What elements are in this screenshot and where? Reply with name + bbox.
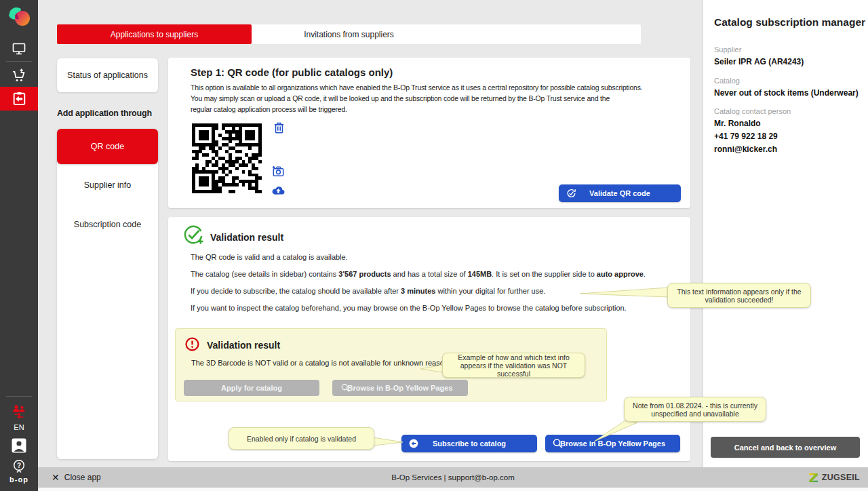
zugseil-brand-text: ZUGSEIL [822, 473, 860, 482]
step1-title: Step 1: QR code (for public catalogs onl… [191, 66, 393, 78]
cancel-back-to-overview-button[interactable]: Cancel and back to overview [711, 437, 860, 458]
tab-applications-to-suppliers[interactable]: Applications to suppliers [57, 24, 252, 44]
success-check-icon [182, 225, 204, 250]
catalog-return-icon [11, 90, 28, 107]
qr-code-image [192, 123, 262, 193]
validate-icon [566, 188, 577, 199]
callout-tail [372, 437, 403, 447]
success-line-2: The catalog (see details in sidebar) con… [191, 270, 646, 278]
footer-bar: ✕ Close app B-Op Services | support@b-op… [38, 467, 868, 488]
search-icon [552, 438, 564, 450]
button-label: Validate QR code [589, 189, 650, 197]
svg-text:?: ? [17, 462, 21, 469]
browse-yellow-pages-button-disabled[interactable]: Browse in B-Op Yellow Pages [332, 380, 468, 396]
success-line-3: If you decide to subscribe, the catalog … [191, 287, 545, 295]
subscribe-to-catalog-button[interactable]: Subscribe to catalog [401, 435, 537, 452]
footer-edge [38, 488, 868, 491]
profile-icon [11, 437, 27, 454]
success-title: Validation result [210, 232, 283, 243]
contact-name: Mr. Ronaldo [714, 119, 761, 128]
nav-item-status-of-applications[interactable]: Status of applications [57, 58, 158, 92]
rail-item-community[interactable] [0, 403, 38, 419]
tab-label: Applications to suppliers [111, 30, 198, 39]
app-logo[interactable] [0, 4, 38, 31]
supplier-label: Supplier [714, 45, 741, 54]
callout-tail [420, 364, 443, 374]
callout-tail [580, 287, 669, 299]
scan-qr-button[interactable] [271, 163, 286, 182]
contact-email: ronni@kicker.ch [714, 144, 777, 154]
button-label: Subscribe to catalog [433, 439, 506, 448]
nav-label: Supplier info [84, 180, 132, 190]
sidebar-title: Catalog subscription manager [714, 16, 865, 28]
step1-panel: Step 1: QR code (for public catalogs onl… [168, 58, 690, 208]
catalog-label: Catalog [714, 77, 740, 85]
monitor-icon [11, 41, 27, 57]
note-currently-unavailable: Note from 01.08.2024. - this is currentl… [624, 397, 766, 422]
app-window: EN ? b-op Applications to suppliers Invi… [0, 0, 868, 491]
zugseil-z-icon [808, 473, 818, 483]
help-icon: ? [12, 458, 26, 475]
catalog-value: Never out of stock items (Underwear) [714, 88, 859, 98]
button-label: Browse in B-Op Yellow Pages [347, 384, 452, 392]
tab-invitations-from-suppliers[interactable]: Invitations from suppliers [252, 24, 446, 44]
nav-item-subscription-code[interactable]: Subscription code [57, 213, 158, 236]
button-label: Apply for catalog [221, 384, 282, 392]
camera-plus-icon [271, 163, 286, 179]
search-icon [340, 383, 351, 393]
callout-tail [590, 420, 639, 443]
success-line-4: If you want to inspect the catalog befor… [191, 304, 627, 312]
nav-label: Subscription code [74, 220, 141, 229]
step1-description-line3: regular catalog application process will… [191, 105, 347, 113]
apply-for-catalog-button-disabled[interactable]: Apply for catalog [184, 380, 319, 396]
supplier-value: Seiler IPR AG (AR4243) [714, 57, 804, 66]
contact-label: Catalog contact person [714, 107, 791, 115]
success-line-1: The QR code is valid and a catalog is av… [191, 253, 348, 261]
footer-service-text: B-Op Services | support@b-op.com [38, 467, 868, 488]
rail-divider [6, 396, 32, 397]
rail-item-cart[interactable] [0, 67, 38, 84]
step1-description-line2: You may simply scan or upload a QR code,… [191, 94, 610, 102]
rail-item-help[interactable]: ? [0, 458, 38, 475]
note-enabled-if-validated: Enabled only if catalog is validated [229, 427, 374, 450]
trash-icon [272, 121, 286, 135]
alert-icon [184, 336, 200, 355]
nav-section-heading: Add application through [57, 109, 165, 118]
app-logo-icon [5, 4, 33, 31]
zugseil-logo: ZUGSEIL [808, 467, 860, 488]
cart-plus-icon [11, 67, 28, 84]
tab-label: Invitations from suppliers [304, 30, 394, 39]
rail-item-catalog-manager[interactable] [0, 87, 38, 111]
app-rail: EN ? b-op [0, 0, 38, 491]
nav-label: Status of applications [67, 71, 148, 80]
failure-title: Validation result [207, 340, 280, 351]
nav-item-qr-code[interactable]: QR code [57, 129, 158, 164]
rail-item-desktop[interactable] [0, 41, 38, 57]
subscribe-arrow-icon [408, 438, 419, 449]
delete-qr-button[interactable] [272, 121, 286, 138]
upload-qr-button[interactable] [271, 182, 286, 201]
rail-divider [6, 61, 32, 62]
nav-item-supplier-info[interactable]: Supplier info [57, 174, 158, 197]
step1-description-line1: This option is available to all organiza… [191, 83, 642, 92]
note-validation-succeeded: This text information appears only if th… [667, 283, 811, 308]
button-label: Cancel and back to overview [734, 444, 836, 452]
note-validation-failed-example: Example of how and which text info appea… [442, 353, 585, 378]
failure-text: The 3D Barcode is NOT valid or a catalog… [191, 359, 450, 367]
nav-label: QR code [91, 142, 124, 151]
b-op-rail-logo: b-op [0, 475, 38, 484]
cloud-upload-icon [271, 182, 286, 198]
rail-item-profile[interactable] [0, 437, 38, 454]
contact-phone: +41 79 922 18 29 [714, 132, 778, 141]
users-exchange-icon [11, 403, 27, 419]
validate-qr-code-button[interactable]: Validate QR code [559, 184, 681, 202]
language-selector[interactable]: EN [0, 423, 38, 431]
